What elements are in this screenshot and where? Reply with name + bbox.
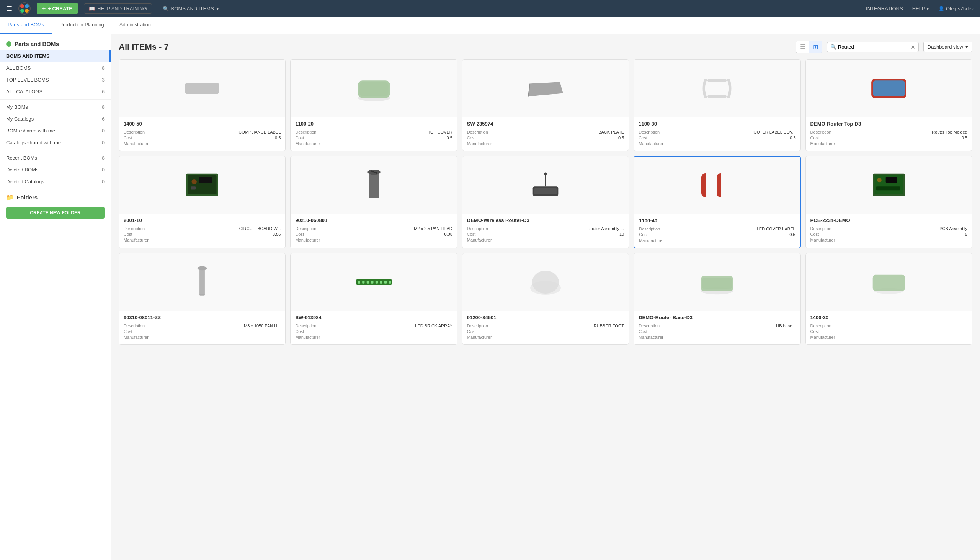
item-manufacturer-row: Manufacturer bbox=[467, 141, 624, 146]
item-description-row: DescriptionCOMPLIANCE LABEL bbox=[123, 130, 281, 134]
description-label: Description bbox=[810, 130, 832, 134]
sidebar-item-top-level-boms[interactable]: TOP LEVEL BOMS 3 bbox=[0, 74, 111, 86]
cost-label: Cost bbox=[295, 135, 304, 140]
item-card[interactable]: SW-235974DescriptionBACK PLATECost0.5Man… bbox=[462, 59, 629, 151]
grid-view-button[interactable]: ⊞ bbox=[809, 41, 822, 53]
item-card[interactable]: 1100-20DescriptionTOP COVERCost0.5Manufa… bbox=[290, 59, 457, 151]
description-value: OUTER LABEL COV... bbox=[753, 130, 795, 134]
cost-label: Cost bbox=[123, 232, 132, 237]
tab-administration[interactable]: Administration bbox=[112, 17, 158, 34]
item-image bbox=[634, 157, 800, 214]
folder-icon: 📁 bbox=[6, 194, 14, 201]
sidebar-divider-1 bbox=[0, 99, 111, 100]
manufacturer-label: Manufacturer bbox=[123, 335, 148, 340]
cost-label: Cost bbox=[638, 329, 647, 334]
item-cost-row: Cost10 bbox=[467, 232, 624, 237]
clear-search-button[interactable]: ✕ bbox=[911, 44, 915, 50]
sidebar-item-catalogs-shared[interactable]: Catalogs shared with me 0 bbox=[0, 137, 111, 148]
svg-rect-43 bbox=[380, 280, 382, 283]
item-card[interactable]: 2001-10DescriptionCIRCUIT BOARD W...Cost… bbox=[119, 156, 286, 248]
description-value: Router Assembly ... bbox=[588, 226, 624, 231]
item-image bbox=[119, 156, 285, 213]
manufacturer-label: Manufacturer bbox=[810, 141, 835, 146]
cost-label: Cost bbox=[810, 135, 819, 140]
cost-value: 10 bbox=[619, 232, 624, 237]
create-folder-button[interactable]: CREATE NEW FOLDER bbox=[6, 207, 105, 218]
item-id: 90210-060801 bbox=[295, 217, 452, 223]
tab-parts-boms[interactable]: Parts and BOMs bbox=[0, 17, 52, 34]
item-card[interactable]: DEMO-Router Top-D3DescriptionRouter Top … bbox=[805, 59, 972, 151]
manufacturer-label: Manufacturer bbox=[123, 141, 148, 146]
search-icon: 🔍 bbox=[163, 6, 169, 12]
manufacturer-label: Manufacturer bbox=[810, 238, 835, 242]
item-id: SW-235974 bbox=[467, 121, 624, 127]
dashboard-view-select[interactable]: Dashboard view ▾ bbox=[923, 42, 972, 52]
svg-rect-22 bbox=[369, 172, 378, 198]
cost-label: Cost bbox=[123, 135, 132, 140]
item-id: 1100-20 bbox=[295, 121, 452, 127]
sidebar-item-deleted-boms[interactable]: Deleted BOMs 0 bbox=[0, 164, 111, 176]
item-cost-row: Cost0.5 bbox=[639, 232, 795, 237]
cost-label: Cost bbox=[467, 135, 476, 140]
sidebar-item-recent-boms[interactable]: Recent BOMs 8 bbox=[0, 152, 111, 164]
user-menu[interactable]: 👤 Oleg s75dev bbox=[938, 6, 974, 12]
create-button[interactable]: + + CREATE bbox=[37, 3, 78, 14]
item-image bbox=[290, 253, 457, 311]
item-manufacturer-row: Manufacturer bbox=[467, 335, 624, 340]
item-description-row: DescriptionTOP COVER bbox=[295, 130, 452, 134]
svg-marker-9 bbox=[528, 82, 563, 97]
sidebar-item-my-catalogs[interactable]: My Catalogs 6 bbox=[0, 113, 111, 125]
search-input[interactable] bbox=[838, 44, 909, 50]
svg-rect-40 bbox=[367, 280, 368, 283]
svg-point-47 bbox=[532, 271, 559, 293]
item-image bbox=[806, 253, 972, 311]
svg-rect-8 bbox=[360, 82, 388, 97]
boms-items-search-button[interactable]: 🔍 BOMS AND ITEMS ▾ bbox=[158, 4, 223, 13]
manufacturer-label: Manufacturer bbox=[638, 141, 663, 146]
sidebar-item-boms-and-items[interactable]: BOMS AND ITEMS bbox=[0, 50, 111, 62]
list-view-button[interactable]: ☰ bbox=[796, 41, 809, 53]
description-value: HB base... bbox=[776, 323, 795, 328]
item-image bbox=[119, 60, 285, 117]
help-training-button[interactable]: 📖 HELP AND TRAINING bbox=[84, 3, 152, 14]
cost-value: 5 bbox=[965, 232, 967, 237]
svg-rect-42 bbox=[375, 280, 377, 283]
hamburger-menu[interactable]: ☰ bbox=[6, 4, 12, 13]
sidebar-item-all-catalogs[interactable]: ALL CATALOGS 6 bbox=[0, 86, 111, 98]
item-manufacturer-row: Manufacturer bbox=[295, 141, 452, 146]
item-card[interactable]: 1100-30DescriptionOUTER LABEL COV...Cost… bbox=[633, 59, 800, 151]
sidebar-item-boms-shared[interactable]: BOMs shared with me 0 bbox=[0, 125, 111, 137]
description-label: Description bbox=[638, 323, 660, 328]
description-label: Description bbox=[467, 130, 488, 134]
item-card[interactable]: 1400-50DescriptionCOMPLIANCE LABELCost0.… bbox=[119, 59, 286, 151]
sidebar-item-all-boms[interactable]: ALL BOMS 8 bbox=[0, 62, 111, 74]
item-cost-row: Cost0.5 bbox=[295, 135, 452, 140]
item-card[interactable]: 91200-34501DescriptionRUBBER FOOTCostMan… bbox=[462, 253, 629, 345]
item-card[interactable]: DEMO-Router Base-D3DescriptionHB base...… bbox=[633, 253, 800, 345]
sidebar-section-title: Parts and BOMs bbox=[0, 35, 111, 50]
manufacturer-label: Manufacturer bbox=[638, 335, 663, 340]
sidebar-item-deleted-catalogs[interactable]: Deleted Catalogs 0 bbox=[0, 176, 111, 188]
item-card[interactable]: 1400-30DescriptionCostManufacturer bbox=[805, 253, 972, 345]
tab-production-planning[interactable]: Production Planning bbox=[52, 17, 112, 34]
item-card[interactable]: 90210-060801DescriptionM2 x 2.5 PAN HEAD… bbox=[290, 156, 457, 248]
svg-point-31 bbox=[877, 178, 882, 183]
help-link[interactable]: HELP ▾ bbox=[912, 6, 929, 12]
manufacturer-label: Manufacturer bbox=[810, 335, 835, 340]
sidebar-item-my-boms[interactable]: My BOMs 8 bbox=[0, 101, 111, 113]
item-card[interactable]: 1100-40DescriptionLED COVER LABELCost0.5… bbox=[633, 156, 800, 248]
item-card[interactable]: 90310-08011-ZZDescriptionM3 x 1050 PAN H… bbox=[119, 253, 286, 345]
integrations-link[interactable]: INTEGRATIONS bbox=[866, 6, 903, 12]
svg-rect-44 bbox=[384, 280, 387, 283]
cost-value: 0.08 bbox=[444, 232, 452, 237]
item-card[interactable]: PCB-2234-DEMODescriptionPCB AssemblyCost… bbox=[805, 156, 972, 248]
item-description-row: DescriptionM3 x 1050 PAN H... bbox=[123, 323, 281, 328]
item-card[interactable]: DEMO-Wireless Router-D3DescriptionRouter… bbox=[462, 156, 629, 248]
item-card[interactable]: SW-913984DescriptionLED BRICK ARRAYCostM… bbox=[290, 253, 457, 345]
page-title: All ITEMs - 7 bbox=[119, 42, 169, 52]
description-label: Description bbox=[123, 130, 145, 134]
item-id: 1100-40 bbox=[639, 218, 795, 223]
description-label: Description bbox=[295, 323, 316, 328]
svg-rect-11 bbox=[707, 79, 727, 82]
description-value: LED COVER LABEL bbox=[757, 227, 795, 231]
